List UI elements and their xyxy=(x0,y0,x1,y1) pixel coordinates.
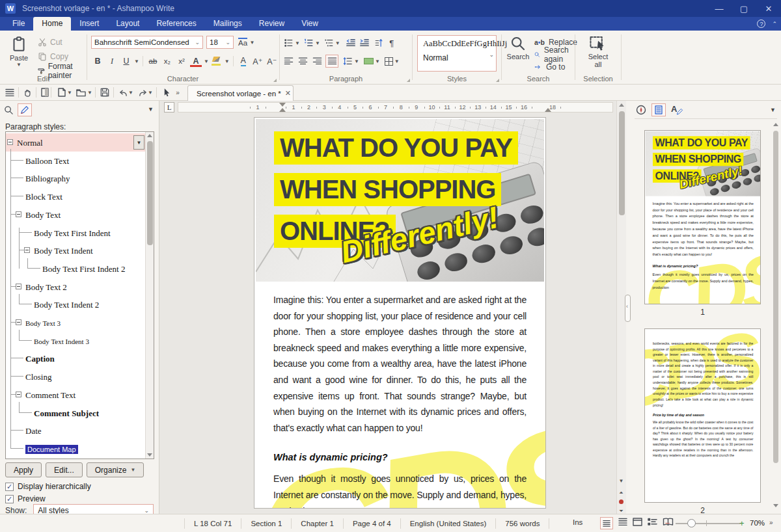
style-item-block-text[interactable]: Block Text xyxy=(6,187,145,206)
scroll-down-icon[interactable]: ▼ xyxy=(616,478,626,484)
character-dialog-launcher[interactable] xyxy=(273,79,277,82)
shrink-font-button[interactable]: A⁻ xyxy=(266,55,279,68)
tab-home[interactable]: Home xyxy=(33,17,71,31)
close-button[interactable]: ✕ xyxy=(756,0,781,17)
scroll-down-icon[interactable] xyxy=(147,453,152,457)
zoom-in-button[interactable]: + xyxy=(739,518,745,528)
browse-object-button[interactable] xyxy=(616,499,626,505)
collapse-icon[interactable] xyxy=(16,319,21,325)
toolbar-overflow-icon[interactable]: » xyxy=(172,86,184,98)
tab-references[interactable]: References xyxy=(148,17,204,31)
page-view-button[interactable] xyxy=(39,86,51,98)
document-page[interactable]: WHAT DO YOU PAY WHEN SHOPPING ONLINE? Di… xyxy=(254,117,546,509)
edit-style-button[interactable]: Edit... xyxy=(46,462,83,477)
style-item-normal[interactable]: Normal▼ xyxy=(6,133,145,152)
first-line-indent-marker[interactable] xyxy=(279,103,286,107)
undo-button[interactable] xyxy=(117,86,129,98)
font-name-combo[interactable]: Bahnschrift SemiCondensed⌄ xyxy=(91,36,203,49)
draft-view-button[interactable] xyxy=(618,518,627,528)
paste-dropdown-icon[interactable]: ▼ xyxy=(3,62,35,68)
font-color-button[interactable]: A xyxy=(189,55,202,68)
collapse-ribbon-icon[interactable]: ⌃ xyxy=(772,21,777,27)
style-item-body-text-2[interactable]: Body Text 2 xyxy=(6,278,145,296)
page-thumbnail-1[interactable]: WHAT DO YOU PAY WHEN SHOPPING ONLINE? Di… xyxy=(644,130,761,304)
style-item-body-text[interactable]: Body Text xyxy=(6,206,145,224)
pilcrow-button[interactable]: ¶ xyxy=(385,36,398,49)
scrollbar-thumb[interactable] xyxy=(619,111,625,215)
horizontal-ruler[interactable]: 11234567891011121314151618 xyxy=(178,102,613,113)
preview-checkbox[interactable]: ✓ Preview xyxy=(5,494,46,503)
scroll-up-icon[interactable] xyxy=(619,103,624,107)
display-hierarchically-checkbox[interactable]: ✓ Display hierarchically xyxy=(5,482,91,491)
style-item-date[interactable]: Date xyxy=(6,421,145,440)
scroll-up-icon[interactable] xyxy=(147,134,152,137)
line-spacing-dropdown-icon[interactable]: ▼ xyxy=(354,59,359,64)
align-left-icon[interactable] xyxy=(284,57,294,66)
redo-dropdown-icon[interactable]: ▼ xyxy=(148,90,153,96)
undo-dropdown-icon[interactable]: ▼ xyxy=(128,90,133,96)
status-cell[interactable]: English (United States) xyxy=(401,518,497,529)
tab-review[interactable]: Review xyxy=(251,17,293,31)
styles-dialog-launcher[interactable] xyxy=(496,79,499,82)
style-item-body-text-3[interactable]: Body Text 3 xyxy=(6,313,145,332)
open-document-button[interactable] xyxy=(75,86,87,98)
help-icon[interactable]: ? xyxy=(757,20,765,28)
view-mode-current-button[interactable] xyxy=(600,517,613,529)
strikethrough-button[interactable]: ab xyxy=(146,55,159,68)
borders-icon[interactable] xyxy=(385,57,393,66)
style-item-caption[interactable]: Caption xyxy=(6,349,145,367)
scroll-down-icon[interactable] xyxy=(773,504,778,507)
page-thumbnail-2[interactable]: CDS bottlenecks, seasons, and even world… xyxy=(644,328,761,503)
paste-button[interactable]: Paste ▼ xyxy=(3,34,35,68)
bullet-list-icon[interactable] xyxy=(284,38,294,47)
status-cell[interactable]: 756 words xyxy=(496,518,549,529)
shading-icon[interactable] xyxy=(364,58,374,64)
minimize-button[interactable]: — xyxy=(707,0,732,17)
style-pen-button[interactable] xyxy=(18,103,32,116)
sort-icon[interactable] xyxy=(374,38,384,47)
grow-font-button[interactable]: A⁺ xyxy=(251,55,264,68)
justify-button[interactable] xyxy=(325,55,338,68)
cut-button[interactable]: Cut xyxy=(38,36,87,49)
new-document-button[interactable] xyxy=(56,86,68,98)
left-indent-marker[interactable] xyxy=(279,108,286,112)
panel-splitter-handle[interactable] xyxy=(625,295,631,322)
shading-dropdown-icon[interactable]: ▼ xyxy=(375,59,380,64)
line-spacing-icon[interactable] xyxy=(342,57,353,66)
tab-stop-selector[interactable]: L xyxy=(164,102,174,113)
align-center-icon[interactable] xyxy=(298,57,308,66)
underline-dropdown-icon[interactable]: ▼ xyxy=(134,59,139,64)
pan-hand-button[interactable] xyxy=(21,86,33,98)
styles-tree-scrollbar[interactable] xyxy=(145,132,154,459)
style-item-body-text-first-indent[interactable]: Body Text First Indent xyxy=(6,224,145,242)
outline-view-button[interactable] xyxy=(648,518,657,528)
pages-scrollbar[interactable] xyxy=(772,123,780,502)
tab-insert[interactable]: Insert xyxy=(71,17,107,31)
font-color-dropdown-icon[interactable]: ▼ xyxy=(204,59,209,64)
collapse-icon[interactable] xyxy=(24,247,30,253)
style-item-comment-text[interactable]: Comment Text xyxy=(6,386,145,404)
copy-button[interactable]: Copy xyxy=(38,50,87,63)
collapse-icon[interactable] xyxy=(16,284,21,289)
scroll-up-icon[interactable] xyxy=(773,123,778,126)
collapse-icon[interactable] xyxy=(16,392,21,397)
style-item-dropdown-icon[interactable]: ▼ xyxy=(133,135,144,150)
tab-view[interactable]: View xyxy=(293,17,327,31)
tab-mailings[interactable]: Mailings xyxy=(205,17,251,31)
bold-button[interactable]: B xyxy=(91,55,104,68)
apply-button[interactable]: Apply xyxy=(5,462,42,477)
document-tab-close-icon[interactable]: ✕ xyxy=(285,89,291,98)
zoom-slider-track[interactable] xyxy=(676,523,741,524)
highlight-dropdown-icon[interactable]: ▼ xyxy=(225,59,230,64)
redo-button[interactable] xyxy=(137,86,148,98)
collapse-icon[interactable] xyxy=(16,211,21,217)
scrollbar-thumb[interactable] xyxy=(773,131,778,463)
select-all-button[interactable]: Select all xyxy=(582,34,614,68)
clear-formatting-button[interactable]: A xyxy=(237,55,250,68)
maximize-button[interactable]: ▢ xyxy=(732,0,756,17)
status-cell[interactable]: L 18 Col 71 xyxy=(184,518,241,529)
numbered-list-icon[interactable] xyxy=(304,38,314,47)
styles-pen-button[interactable]: A xyxy=(671,104,683,116)
paragraph-dialog-launcher[interactable] xyxy=(407,79,410,82)
pointer-tool-button[interactable] xyxy=(161,86,172,98)
